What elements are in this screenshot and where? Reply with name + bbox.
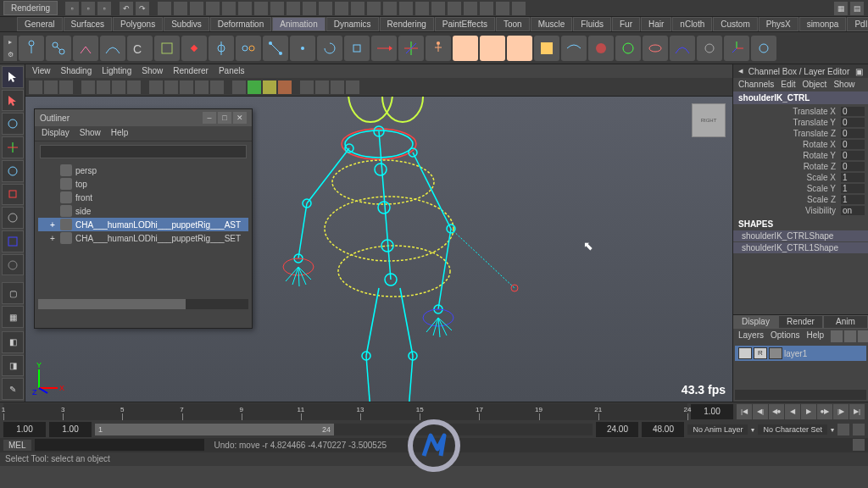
attr-value-field[interactable]: 0 bbox=[841, 129, 865, 138]
view-menu-renderer[interactable]: Renderer bbox=[173, 66, 209, 76]
view-menu-panels[interactable]: Panels bbox=[219, 66, 245, 76]
cb-menu-object[interactable]: Object bbox=[803, 80, 827, 90]
play-back-button[interactable]: ◀ bbox=[785, 404, 800, 419]
view-light-icon[interactable] bbox=[195, 80, 209, 94]
layer-menu-help[interactable]: Help bbox=[806, 330, 824, 342]
attr-value-field[interactable]: 1 bbox=[841, 173, 865, 182]
attr-value-field[interactable]: 0 bbox=[841, 107, 865, 116]
soft-tool[interactable] bbox=[2, 230, 24, 252]
shape-node[interactable]: shoulderIK_CTRLShape bbox=[733, 230, 868, 241]
prefs-icon[interactable] bbox=[853, 424, 865, 435]
file-open-icon[interactable]: ▫ bbox=[81, 2, 95, 15]
channel-box-close-icon[interactable]: ▣ bbox=[855, 67, 863, 76]
paint-tool[interactable] bbox=[2, 113, 24, 135]
view-motion-icon[interactable] bbox=[331, 80, 344, 94]
outliner-titlebar[interactable]: Outliner – □ ✕ bbox=[35, 109, 252, 126]
shelf-setdriven-icon[interactable] bbox=[209, 36, 234, 61]
hypergraph-icon[interactable] bbox=[399, 2, 413, 15]
outliner-item[interactable]: persp bbox=[38, 164, 248, 177]
cb-menu-show[interactable]: Show bbox=[833, 80, 854, 90]
attr-value-field[interactable]: 1 bbox=[841, 195, 865, 204]
module-tab-muscle[interactable]: Muscle bbox=[531, 17, 573, 31]
layer-empty-icon[interactable] bbox=[858, 330, 868, 342]
outliner-menu-help[interactable]: Help bbox=[111, 128, 129, 139]
view-cam-icon[interactable] bbox=[29, 80, 42, 94]
module-tab-surfaces[interactable]: Surfaces bbox=[64, 17, 112, 31]
view-menu-shading[interactable]: Shading bbox=[61, 66, 92, 76]
view-img-icon[interactable] bbox=[59, 80, 73, 94]
module-tab-toon[interactable]: Toon bbox=[496, 17, 530, 31]
module-tab-custom[interactable]: Custom bbox=[713, 17, 757, 31]
snap-curve-icon[interactable] bbox=[270, 2, 284, 15]
cb-menu-channels[interactable]: Channels bbox=[738, 80, 774, 90]
outliner-search-input[interactable] bbox=[40, 145, 247, 158]
shelf-wire-icon[interactable] bbox=[561, 36, 587, 61]
shelf-aim-icon[interactable] bbox=[371, 36, 397, 61]
layer-tab-render[interactable]: Render bbox=[778, 315, 823, 329]
layout-icon[interactable]: ▦ bbox=[834, 2, 848, 15]
shelf-joint-icon[interactable] bbox=[46, 36, 71, 61]
shelf-point-icon[interactable] bbox=[290, 36, 315, 61]
shelf-rigid-icon[interactable] bbox=[615, 36, 641, 61]
shelf-ik-icon[interactable] bbox=[73, 36, 98, 61]
step-back-button[interactable]: ◀| bbox=[753, 404, 768, 419]
outliner-item[interactable]: +CHA___humanLODhi___puppetRig___SET bbox=[38, 231, 248, 245]
view-hq-icon[interactable] bbox=[278, 80, 292, 94]
script-lang-toggle[interactable]: MEL bbox=[3, 440, 31, 451]
module-tab-general[interactable]: General bbox=[17, 17, 63, 31]
current-frame-field[interactable]: 1.00 bbox=[691, 404, 733, 419]
outer-start-field[interactable]: 1.00 bbox=[3, 422, 46, 437]
shelf-skeleton-icon[interactable] bbox=[19, 36, 44, 61]
minimize-button[interactable]: – bbox=[203, 112, 216, 124]
module-tab-ncloth[interactable]: nCloth bbox=[672, 17, 712, 31]
expand-icon[interactable]: + bbox=[48, 234, 57, 243]
outliner-item[interactable]: side bbox=[38, 204, 248, 218]
scale-tool-icon[interactable] bbox=[238, 2, 252, 15]
view-shadow-icon[interactable] bbox=[210, 80, 224, 94]
range-bar[interactable]: 1 24 bbox=[95, 424, 593, 435]
layer-vis-toggle[interactable] bbox=[738, 347, 752, 359]
shelf-cluster-icon[interactable]: C bbox=[127, 36, 153, 61]
attr-value-field[interactable]: 1 bbox=[841, 184, 865, 193]
layer-add-icon[interactable] bbox=[844, 330, 856, 342]
shape-node[interactable]: shoulderIK_CTRL1Shape bbox=[733, 242, 868, 253]
view-bookmark-icon[interactable] bbox=[44, 80, 58, 94]
outliner-menu-display[interactable]: Display bbox=[42, 128, 70, 139]
paint-select-icon[interactable] bbox=[190, 2, 203, 15]
module-tab-dynamics[interactable]: Dynamics bbox=[326, 17, 379, 31]
maximize-button[interactable]: □ bbox=[218, 112, 231, 124]
dope-icon[interactable] bbox=[464, 2, 477, 15]
snap-grid-icon[interactable] bbox=[254, 2, 268, 15]
shelf-face1-icon[interactable] bbox=[453, 36, 478, 61]
layer-tab-anim[interactable]: Anim bbox=[823, 315, 868, 329]
shelf-ghost-icon[interactable] bbox=[697, 36, 722, 61]
layer-menu-layers[interactable]: Layers bbox=[738, 330, 764, 342]
viewport[interactable]: persp RIGHT YXZ 43.3 fps ⬉ Outliner – □ … bbox=[25, 97, 732, 402]
shelf-misc-icon[interactable] bbox=[751, 36, 776, 61]
module-tab-painteffects[interactable]: PaintEffects bbox=[435, 17, 495, 31]
outer-end-field[interactable]: 48.00 bbox=[642, 422, 684, 437]
script-ed[interactable]: ✎ bbox=[2, 378, 24, 400]
module-tab-animation[interactable]: Animation bbox=[272, 17, 325, 31]
expand-icon[interactable]: + bbox=[48, 220, 57, 230]
select-tool[interactable] bbox=[2, 66, 24, 88]
channel-toggle-icon[interactable]: ▤ bbox=[850, 2, 864, 15]
shelf-toggle-icon[interactable]: ▸ bbox=[8, 38, 12, 46]
view-cube[interactable]: RIGHT bbox=[692, 103, 726, 137]
last-tool[interactable] bbox=[2, 254, 24, 276]
node-ed-icon[interactable] bbox=[431, 2, 445, 15]
view-menu-show[interactable]: Show bbox=[142, 66, 163, 76]
render-icon[interactable] bbox=[351, 2, 364, 15]
view-menu-lighting[interactable]: Lighting bbox=[102, 66, 131, 76]
snap-plane-icon[interactable] bbox=[303, 2, 316, 15]
view-vp2-icon[interactable] bbox=[300, 80, 314, 94]
range-handle[interactable]: 1 24 bbox=[95, 424, 334, 435]
char-set-dropdown[interactable]: No Character Set bbox=[758, 424, 827, 435]
script-editor-button[interactable] bbox=[853, 439, 865, 451]
shelf-lattice-icon[interactable] bbox=[154, 36, 180, 61]
view-isolate-icon[interactable] bbox=[232, 80, 246, 94]
view-res-icon[interactable] bbox=[112, 80, 125, 94]
shelf-blend-icon[interactable] bbox=[534, 36, 559, 61]
shelf-humanik-icon[interactable] bbox=[426, 36, 451, 61]
cb-menu-edit[interactable]: Edit bbox=[781, 80, 795, 90]
